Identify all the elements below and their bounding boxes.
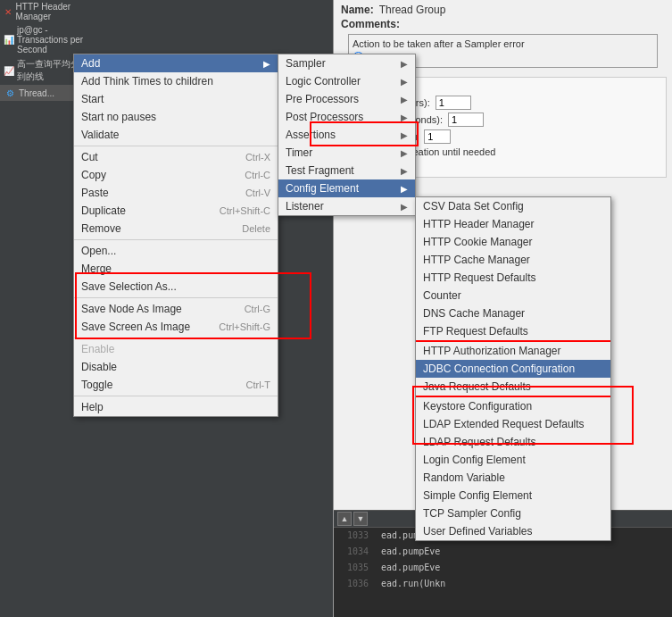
- config-keystore[interactable]: Keystore Configuration: [416, 397, 610, 415]
- name-value: Thread Group: [379, 4, 446, 16]
- config-random-var[interactable]: Random Variable: [416, 469, 610, 487]
- menu-duplicate-label: Duplicate: [81, 204, 126, 217]
- menu-toggle-shortcut: Ctrl-T: [246, 379, 271, 390]
- menu-save-screen-image[interactable]: Save Screen As Image Ctrl+Shift-G: [74, 318, 278, 336]
- config-tcp-sampler-label: TCP Sampler Config: [423, 507, 521, 520]
- menu-copy-label: Copy: [81, 169, 106, 181]
- menu-validate-label: Validate: [81, 129, 119, 141]
- submenu-listener-arrow: ▶: [401, 202, 408, 212]
- separator-4: [74, 338, 278, 338]
- menu-open-label: Open...: [81, 245, 116, 257]
- submenu-listener[interactable]: Listener ▶: [278, 197, 415, 215]
- config-ldap-extended[interactable]: LDAP Extended Request Defaults: [416, 415, 610, 433]
- config-ldap[interactable]: LDAP Request Defaults: [416, 433, 610, 451]
- menu-copy[interactable]: Copy Ctrl-C: [74, 166, 278, 184]
- menu-enable[interactable]: Enable: [74, 340, 278, 358]
- menu-add[interactable]: Add ▶: [74, 54, 278, 72]
- transactions-icon: 📊: [4, 34, 14, 46]
- config-http-cache[interactable]: HTTP Cache Manager: [416, 251, 610, 269]
- submenu-timer-label: Timer: [286, 146, 312, 159]
- submenu-config-arrow: ▶: [401, 184, 408, 194]
- submenu-post-arrow: ▶: [401, 113, 408, 122]
- log-text-1034: ead.pumpEve: [381, 546, 440, 556]
- menu-remove-label: Remove: [81, 222, 121, 235]
- log-num-1035: 1035: [337, 560, 369, 576]
- config-http-header-label: HTTP Header Manager: [423, 218, 535, 230]
- submenu-post-processors[interactable]: Post Processors ▶: [278, 108, 415, 126]
- menu-start[interactable]: Start: [74, 90, 278, 108]
- menu-merge[interactable]: Merge: [74, 260, 278, 278]
- threads-input[interactable]: [436, 96, 471, 110]
- thread-icon: ⚙: [4, 87, 16, 99]
- config-http-request-defaults-label: HTTP Request Defaults: [423, 271, 536, 284]
- config-java-defaults[interactable]: Java Request Defaults: [416, 378, 610, 397]
- menu-duplicate[interactable]: Duplicate Ctrl+Shift-C: [74, 202, 278, 220]
- menu-save-selection[interactable]: Save Selection As...: [74, 278, 278, 296]
- forever-value-input[interactable]: [424, 129, 451, 144]
- submenu-timer[interactable]: Timer ▶: [278, 144, 415, 162]
- config-jdbc[interactable]: JDBC Connection Configuration: [416, 360, 610, 378]
- config-http-request-defaults[interactable]: HTTP Request Defaults: [416, 269, 610, 287]
- separator-3: [74, 297, 278, 298]
- menu-start-no-pauses-label: Start no pauses: [81, 111, 156, 123]
- config-user-vars[interactable]: User Defined Variables: [416, 522, 610, 540]
- log-num-1034: 1034: [337, 544, 369, 560]
- menu-add-think-times-label: Add Think Times to children: [81, 75, 213, 88]
- config-simple[interactable]: Simple Config Element: [416, 487, 610, 504]
- menu-add-think-times[interactable]: Add Think Times to children: [74, 72, 278, 90]
- config-ldap-extended-label: LDAP Extended Request Defaults: [423, 418, 585, 430]
- config-login-label: Login Config Element: [423, 454, 526, 466]
- menu-save-screen-image-label: Save Screen As Image: [81, 321, 190, 333]
- config-dns-cache[interactable]: DNS Cache Manager: [416, 304, 610, 322]
- tree-item-transactions[interactable]: 📊 jp@gc - Transactions per Second: [0, 23, 89, 56]
- menu-remove-shortcut: Delete: [242, 223, 270, 234]
- http-header-icon: ✕: [4, 5, 13, 18]
- config-http-auth[interactable]: HTTP Authorization Manager: [416, 340, 610, 360]
- menu-save-node-image[interactable]: Save Node As Image Ctrl-G: [74, 300, 278, 318]
- submenu-logic-controller[interactable]: Logic Controller ▶: [278, 72, 415, 90]
- menu-save-selection-label: Save Selection As...: [81, 280, 177, 293]
- submenu-config-label: Config Element: [286, 182, 359, 195]
- config-ftp-defaults-label: FTP Request Defaults: [423, 325, 528, 338]
- submenu-assertions[interactable]: Assertions ▶: [278, 126, 415, 144]
- config-counter[interactable]: Counter: [416, 287, 610, 304]
- period-input[interactable]: [448, 113, 484, 127]
- log-text-1035: ead.pumpEve: [381, 563, 440, 572]
- submenu-pre-processors[interactable]: Pre Processors ▶: [278, 90, 415, 108]
- menu-open[interactable]: Open...: [74, 242, 278, 260]
- menu-remove[interactable]: Remove Delete: [74, 220, 278, 238]
- menu-save-screen-shortcut: Ctrl+Shift-G: [219, 321, 270, 332]
- menu-start-label: Start: [81, 93, 104, 105]
- menu-disable[interactable]: Disable: [74, 358, 278, 376]
- submenu-listener-label: Listener: [286, 200, 324, 213]
- config-http-cookie[interactable]: HTTP Cookie Manager: [416, 233, 610, 251]
- submenu-test-fragment[interactable]: Test Fragment ▶: [278, 162, 415, 179]
- submenu-config-element: CSV Data Set Config HTTP Header Manager …: [415, 196, 611, 541]
- submenu-timer-arrow: ▶: [401, 148, 408, 158]
- menu-help-label: Help: [81, 401, 104, 413]
- submenu-sampler-label: Sampler: [286, 57, 326, 70]
- menu-start-no-pauses[interactable]: Start no pauses: [74, 108, 278, 126]
- log-line-1034: 1034 ead.pumpEve: [334, 544, 672, 560]
- config-http-header[interactable]: HTTP Header Manager: [416, 215, 610, 233]
- menu-validate[interactable]: Validate: [74, 126, 278, 144]
- menu-cut[interactable]: Cut Ctrl-X: [74, 148, 278, 166]
- tree-item-http-header[interactable]: ✕ HTTP Header Manager: [0, 0, 89, 23]
- log-down-btn[interactable]: ▼: [353, 512, 368, 526]
- menu-paste[interactable]: Paste Ctrl-V: [74, 184, 278, 202]
- config-ftp-defaults[interactable]: FTP Request Defaults: [416, 322, 610, 340]
- config-simple-label: Simple Config Element: [423, 489, 532, 502]
- menu-cut-shortcut: Ctrl-X: [245, 152, 270, 163]
- submenu-sampler[interactable]: Sampler ▶: [278, 54, 415, 72]
- tree-item-label: HTTP Header Manager: [16, 2, 86, 21]
- config-tcp-sampler[interactable]: TCP Sampler Config: [416, 504, 610, 522]
- submenu-config-element[interactable]: Config Element ▶: [278, 179, 415, 197]
- config-csv[interactable]: CSV Data Set Config: [416, 197, 610, 215]
- menu-help[interactable]: Help: [74, 398, 278, 416]
- tree-item-label: Thread...: [19, 88, 54, 98]
- menu-paste-shortcut: Ctrl-V: [245, 188, 270, 198]
- config-login[interactable]: Login Config Element: [416, 451, 610, 469]
- log-up-btn[interactable]: ▲: [337, 512, 352, 526]
- log-line-1036: 1036 ead.run(Unkn: [334, 576, 672, 592]
- menu-toggle[interactable]: Toggle Ctrl-T: [74, 376, 278, 394]
